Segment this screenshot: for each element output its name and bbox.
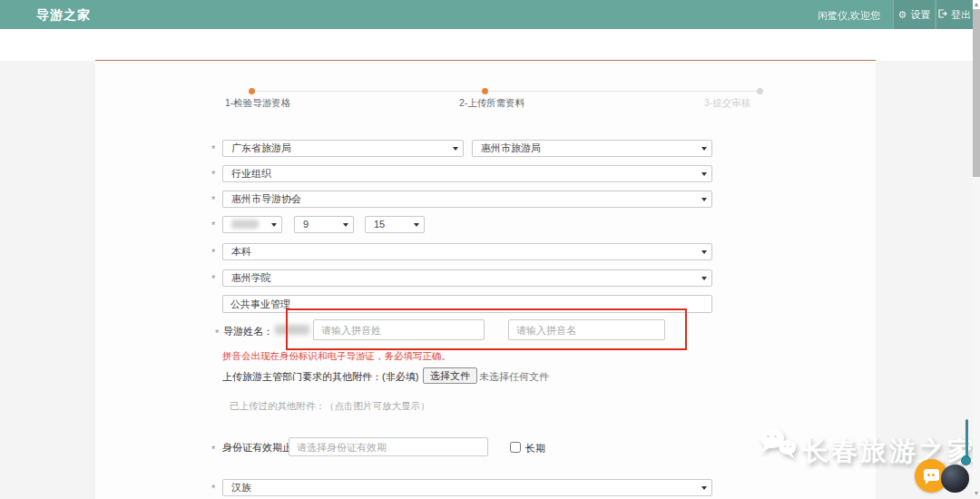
ethnicity-select[interactable]: 汉族 [222, 479, 712, 496]
brand-title: 导游之家 [36, 7, 91, 24]
id-expiry-input[interactable] [289, 437, 488, 456]
page: 导游之家 闲鹭仪,欢迎您 ⚙ 设置 登出 只需几步即可完成导游认证信息提交 1-… [0, 0, 980, 499]
chevron-down-icon [343, 223, 348, 227]
step-progress-line [251, 91, 760, 92]
month-value: 9 [303, 219, 309, 230]
scrollbar-down-arrow-icon[interactable] [975, 492, 978, 497]
month-select[interactable]: 9 [294, 216, 354, 233]
gear-icon: ⚙ [898, 9, 907, 21]
chevron-down-icon [701, 277, 707, 280]
chat-bubble-icon [924, 469, 939, 481]
guide-association-select[interactable]: 惠州市导游协会 [222, 191, 712, 208]
chevron-down-icon [701, 172, 707, 176]
chat-dots-icon [927, 474, 930, 476]
step-3-label: 3-提交审核 [704, 97, 750, 110]
avatar[interactable] [941, 465, 969, 493]
pinyin-surname-input[interactable] [313, 319, 485, 340]
uploaded-attachments-hint: 已上传过的其他附件：（点击图片可放大显示） [230, 400, 430, 413]
step-1-dot [249, 88, 255, 94]
major-input[interactable] [222, 295, 712, 313]
step-1-label: 1-检验导游资格 [225, 97, 290, 110]
guide-name-label: 导游姓名： [223, 325, 273, 338]
pinyin-warning-text: 拼音会出现在身份标识和电子导游证，务必填写正确。 [222, 350, 451, 363]
chevron-down-icon [414, 223, 419, 227]
school-value: 惠州学院 [231, 272, 271, 283]
required-asterisk: * [211, 444, 215, 455]
industry-org-select[interactable]: 行业组织 [222, 165, 712, 182]
guide-association-value: 惠州市导游协会 [231, 193, 301, 204]
settings-label: 设置 [910, 8, 930, 22]
city-bureau-value: 惠州市旅游局 [481, 142, 541, 153]
redacted-guide-name [275, 325, 309, 335]
chat-bubbles-logo-icon [757, 425, 800, 463]
chevron-down-icon [701, 198, 707, 201]
pinyin-givenname-input[interactable] [508, 319, 665, 340]
file-status-text: 未选择任何文件 [479, 370, 549, 384]
long-term-label: 长期 [525, 442, 545, 455]
required-asterisk: * [211, 220, 215, 230]
required-asterisk: * [211, 143, 215, 154]
step-2-label: 2-上传所需资料 [459, 97, 524, 110]
year-select[interactable] [222, 216, 282, 233]
school-select[interactable]: 惠州学院 [222, 269, 712, 287]
required-asterisk: * [215, 328, 219, 338]
upload-attachment-label: 上传旅游主管部门要求的其他附件：(非必填) [222, 370, 418, 384]
chevron-down-icon [271, 223, 277, 227]
top-header-bar: 导游之家 闲鹭仪,欢迎您 ⚙ 设置 登出 [0, 0, 973, 29]
settings-button[interactable]: ⚙ 设置 [893, 0, 935, 29]
logout-label: 登出 [951, 8, 971, 22]
long-term-checkbox[interactable] [510, 442, 521, 453]
province-bureau-value: 广东省旅游局 [231, 142, 291, 153]
ethnicity-value: 汉族 [231, 482, 251, 493]
industry-org-value: 行业组织 [231, 168, 271, 179]
required-asterisk: * [211, 194, 215, 205]
redacted-year-value [231, 220, 259, 229]
chevron-down-icon [701, 486, 707, 490]
welcome-text: 闲鹭仪,欢迎您 [789, 9, 880, 23]
required-asterisk: * [211, 483, 215, 494]
day-value: 15 [374, 219, 385, 230]
chevron-down-icon [701, 147, 707, 151]
scrollbar-thumb[interactable] [973, 9, 980, 177]
required-asterisk: * [211, 169, 215, 180]
choose-file-button[interactable]: 选择文件 [423, 367, 477, 384]
chevron-down-icon [701, 250, 707, 254]
scroll-pin-line [965, 419, 968, 459]
logout-icon [938, 9, 947, 20]
step-2-dot [482, 88, 488, 94]
required-asterisk: * [211, 247, 215, 258]
scrollbar-up-button[interactable] [973, 0, 980, 9]
scroll-pin-dot [961, 455, 971, 465]
notice-bar: 只需几步即可完成导游认证信息提交 [0, 29, 980, 61]
city-bureau-select[interactable]: 惠州市旅游局 [472, 140, 712, 157]
required-asterisk: * [211, 273, 215, 284]
province-bureau-select[interactable]: 广东省旅游局 [222, 140, 464, 157]
step-3-dot [757, 88, 763, 94]
education-select[interactable]: 本科 [222, 243, 712, 260]
logout-button[interactable]: 登出 [936, 0, 973, 29]
chevron-down-icon [453, 147, 458, 151]
day-select[interactable]: 15 [365, 216, 425, 233]
education-value: 本科 [231, 246, 251, 257]
